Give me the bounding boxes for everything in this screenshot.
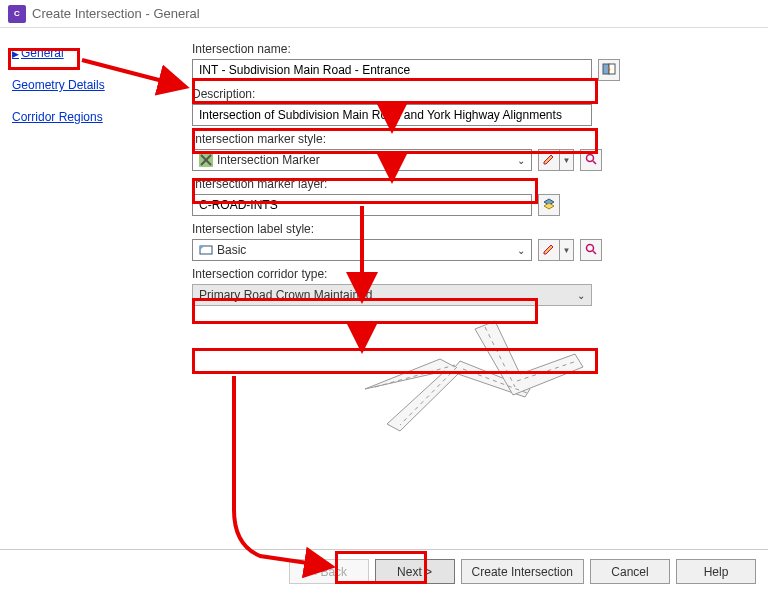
select-corridor-type[interactable]: Primary Road Crown Maintained ⌄ [192, 284, 592, 306]
marker-style-edit-dropdown[interactable]: ▼ [560, 149, 574, 171]
preview-icon [585, 153, 597, 167]
window-title: Create Intersection - General [32, 6, 200, 21]
wizard-sidebar: General Geometry Details Corridor Region… [0, 28, 180, 549]
cancel-button[interactable]: Cancel [590, 559, 670, 584]
svg-marker-9 [544, 203, 554, 209]
input-marker-layer[interactable] [192, 194, 532, 216]
svg-point-6 [587, 155, 594, 162]
sidebar-item-corridor-regions[interactable]: Corridor Regions [12, 110, 168, 124]
chevron-down-icon: ⌄ [577, 290, 585, 301]
label-marker-style: Intersection marker style: [192, 132, 738, 146]
label-style-value: Basic [217, 243, 246, 257]
footer: < Back Next > Create Intersection Cancel… [0, 549, 768, 593]
sidebar-item-general[interactable]: General [12, 46, 168, 60]
input-description[interactable] [192, 104, 592, 126]
layer-icon [542, 197, 556, 213]
label-description: Description: [192, 87, 738, 101]
content-area: General Geometry Details Corridor Region… [0, 28, 768, 549]
preview-icon [585, 243, 597, 257]
label-marker-layer: Intersection marker layer: [192, 177, 738, 191]
marker-style-edit-split: ▼ [538, 149, 574, 171]
create-intersection-button[interactable]: Create Intersection [461, 559, 584, 584]
label-label-style: Intersection label style: [192, 222, 738, 236]
field-label-style: Intersection label style: Basic ⌄ [192, 222, 738, 261]
chevron-down-icon: ⌄ [517, 155, 525, 166]
pencil-icon [543, 153, 555, 167]
svg-line-13 [593, 251, 596, 254]
sidebar-item-label: Geometry Details [12, 78, 105, 92]
svg-line-7 [593, 161, 596, 164]
svg-point-12 [587, 245, 594, 252]
field-marker-layer: Intersection marker layer: [192, 177, 738, 216]
select-label-style[interactable]: Basic ⌄ [192, 239, 532, 261]
chevron-down-icon: ⌄ [517, 245, 525, 256]
corridor-type-value: Primary Road Crown Maintained [199, 288, 372, 302]
marker-style-preview-button[interactable] [580, 149, 602, 171]
back-button: < Back [289, 559, 369, 584]
help-button[interactable]: Help [676, 559, 756, 584]
app-icon-letter: C [14, 9, 20, 18]
label-style-edit-dropdown[interactable]: ▼ [560, 239, 574, 261]
title-bar: C Create Intersection - General [0, 0, 768, 28]
intersection-preview-icon [345, 319, 585, 439]
intersection-marker-icon [199, 153, 213, 167]
field-corridor-type: Intersection corridor type: Primary Road… [192, 267, 738, 306]
label-style-edit-split: ▼ [538, 239, 574, 261]
form-area: Intersection name: Description: Intersec… [180, 28, 768, 549]
chevron-down-icon: ▼ [563, 156, 571, 165]
sidebar-item-label: Corridor Regions [12, 110, 103, 124]
next-button[interactable]: Next > [375, 559, 455, 584]
field-description: Description: [192, 87, 738, 126]
chevron-down-icon: ▼ [563, 246, 571, 255]
select-marker-style[interactable]: Intersection Marker ⌄ [192, 149, 532, 171]
input-intersection-name[interactable] [192, 59, 592, 81]
label-style-preview-button[interactable] [580, 239, 602, 261]
name-template-icon [602, 62, 616, 78]
layer-select-button[interactable] [538, 194, 560, 216]
app-icon: C [8, 5, 26, 23]
field-marker-style: Intersection marker style: Intersection … [192, 132, 738, 171]
sidebar-item-geometry-details[interactable]: Geometry Details [12, 78, 168, 92]
name-template-button[interactable] [598, 59, 620, 81]
label-corridor-type: Intersection corridor type: [192, 267, 738, 281]
pencil-icon [543, 243, 555, 257]
marker-style-edit-button[interactable] [538, 149, 560, 171]
marker-style-value: Intersection Marker [217, 153, 320, 167]
sidebar-item-label: General [21, 46, 64, 60]
corridor-type-preview [192, 314, 738, 444]
field-intersection-name: Intersection name: [192, 42, 738, 81]
label-style-icon [199, 243, 213, 257]
label-intersection-name: Intersection name: [192, 42, 738, 56]
label-style-edit-button[interactable] [538, 239, 560, 261]
